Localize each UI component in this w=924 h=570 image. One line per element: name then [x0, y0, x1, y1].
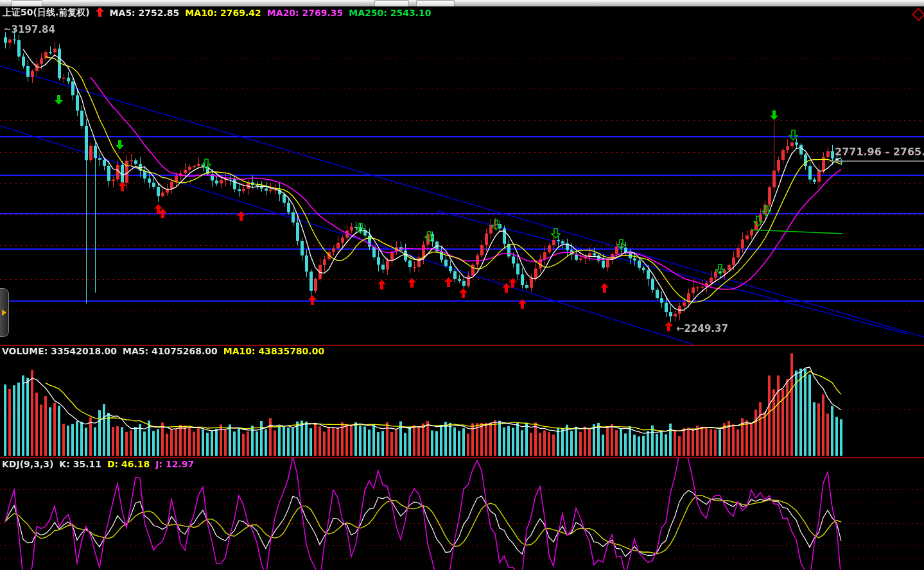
volume-value: VOLUME: 33542018.00	[2, 346, 117, 356]
kdj-k-value: K: 35.11	[59, 459, 101, 469]
volume-ma10-value: MA10: 43835780.00	[223, 346, 324, 356]
ma5-value: MA5: 2752.85	[110, 8, 180, 18]
toolbar-button[interactable]	[374, 0, 409, 6]
trend-up-icon	[96, 7, 104, 19]
main-chart-header: 上证50(日线.前复权) MA5: 2752.85 MA10: 2769.42 …	[3, 7, 431, 19]
period-high-label: ~3197.84	[3, 24, 55, 35]
volume-header: VOLUME: 33542018.00 MA5: 41075268.00 MA1…	[2, 346, 324, 356]
kdj-chart[interactable]	[0, 458, 924, 570]
symbol-title: 上证50(日线.前复权)	[3, 7, 90, 19]
kdj-header: KDJ(9,3,3) K: 35.11 D: 46.18 J: 12.97	[2, 459, 194, 469]
period-low-label: ←2249.37	[676, 323, 728, 334]
kdj-title: KDJ(9,3,3)	[2, 459, 53, 469]
trading-terminal: 上证50(日线.前复权) MA5: 2752.85 MA10: 2769.42 …	[0, 0, 924, 570]
ma250-value: MA250: 2543.10	[349, 8, 431, 18]
volume-chart[interactable]	[0, 345, 924, 458]
volume-ma5-value: MA5: 41075268.00	[123, 346, 218, 356]
toolbar-button[interactable]	[12, 0, 42, 6]
last-range-label: 2771.96 - 2765.8	[835, 146, 924, 158]
last-range-underline	[830, 160, 924, 162]
toolbar-button[interactable]	[416, 0, 455, 6]
panel-expand-handle[interactable]	[0, 288, 9, 337]
main-candlestick-chart[interactable]	[0, 6, 924, 345]
ma20-value: MA20: 2769.35	[267, 8, 344, 18]
play-icon	[2, 309, 6, 316]
kdj-j-value: J: 12.97	[155, 459, 194, 469]
ma10-value: MA10: 2769.42	[185, 8, 261, 18]
kdj-d-value: D: 46.18	[107, 459, 150, 469]
